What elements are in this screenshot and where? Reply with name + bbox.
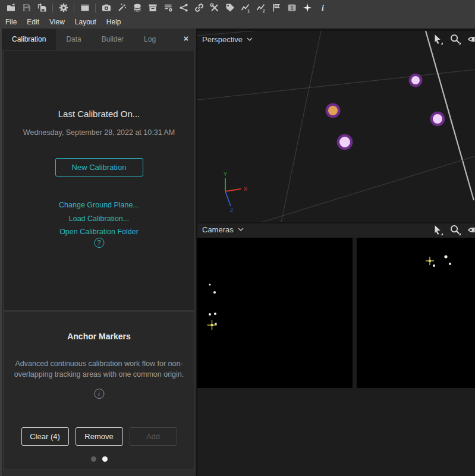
graph-view-1-icon[interactable]: 1 bbox=[238, 1, 253, 14]
cameras-viewport[interactable]: Cameras bbox=[197, 223, 475, 476]
eye-tool-icon[interactable] bbox=[468, 225, 475, 235]
calibration-link-3[interactable]: Open Calibration Folder bbox=[4, 225, 194, 239]
3d-marker-lavender[interactable] bbox=[410, 75, 421, 86]
data-archive-icon[interactable] bbox=[145, 1, 160, 14]
camera-marker-dot[interactable] bbox=[209, 283, 210, 285]
chevron-down-icon bbox=[238, 228, 244, 232]
toolbar-separator bbox=[95, 4, 96, 12]
svg-text:Z: Z bbox=[230, 207, 234, 213]
calibration-wand-icon[interactable] bbox=[114, 1, 129, 14]
clear-4-button[interactable]: Clear (4) bbox=[21, 427, 69, 446]
new-calibration-button[interactable]: New Calibration bbox=[55, 158, 143, 176]
camera-1-scene bbox=[197, 238, 353, 388]
camera-marker-dot[interactable] bbox=[209, 313, 211, 316]
svg-text:1: 1 bbox=[247, 8, 250, 13]
page-dot-1[interactable] bbox=[91, 456, 96, 462]
calibration-link-2[interactable]: Load Calibration... bbox=[4, 212, 194, 226]
camera-view-2[interactable] bbox=[357, 238, 475, 388]
3d-marker-orange[interactable] bbox=[327, 105, 339, 116]
zoom-tool-icon[interactable] bbox=[450, 225, 461, 235]
perspective-3d-scene: Y X Z bbox=[197, 31, 475, 222]
save-icon bbox=[19, 1, 34, 14]
calibration-link-1[interactable]: Change Ground Plane... bbox=[4, 198, 194, 212]
info-icon[interactable]: i bbox=[94, 389, 104, 399]
add-button: Add bbox=[130, 427, 177, 446]
alert-flag-icon[interactable] bbox=[269, 1, 284, 14]
tab-data[interactable]: Data bbox=[56, 29, 91, 50]
selected-marker-crosshair[interactable] bbox=[426, 257, 434, 265]
layout-preset-1-icon[interactable]: 1 bbox=[284, 1, 299, 14]
perspective-viewport[interactable]: Y X Z Perspective bbox=[197, 31, 475, 222]
camera-view-1[interactable] bbox=[197, 238, 353, 388]
3d-marker-lavender[interactable] bbox=[432, 113, 443, 125]
cameras-view-title: Cameras bbox=[202, 225, 234, 234]
perspective-view-title: Perspective bbox=[202, 35, 243, 44]
anchor-markers-buttons: Clear (4)RemoveAdd bbox=[4, 427, 194, 446]
menu-edit[interactable]: Edit bbox=[27, 18, 39, 26]
menu-view[interactable]: View bbox=[49, 18, 65, 26]
last-calibrated-title: Last Calibrated On... bbox=[4, 109, 194, 119]
perspective-view-dropdown[interactable]: Perspective bbox=[202, 35, 253, 44]
open-file-icon[interactable] bbox=[4, 1, 18, 14]
svg-text:Y: Y bbox=[224, 171, 227, 177]
layout-window-icon[interactable] bbox=[77, 1, 92, 14]
svg-text:i: i bbox=[322, 4, 324, 12]
grid-line bbox=[262, 156, 475, 222]
calibration-card: Last Calibrated On... Wednesday, Septemb… bbox=[3, 50, 195, 311]
application-window: 121i FileEditViewLayoutHelp CalibrationD… bbox=[0, 0, 475, 476]
info-icon[interactable]: i bbox=[315, 1, 330, 14]
anchor-markers-card: Anchor Markers Advanced continuous calib… bbox=[3, 311, 195, 470]
camera-marker-dot[interactable] bbox=[449, 263, 451, 265]
pagination-dots bbox=[4, 456, 194, 462]
camera-marker-dot[interactable] bbox=[215, 323, 217, 325]
settings-gear-icon[interactable] bbox=[56, 1, 71, 14]
camera-marker-dot[interactable] bbox=[213, 291, 216, 294]
page-dot-2[interactable] bbox=[102, 456, 108, 462]
svg-text:1: 1 bbox=[290, 5, 293, 11]
label-tag-icon[interactable] bbox=[222, 1, 237, 14]
menu-layout[interactable]: Layout bbox=[75, 18, 96, 26]
camera-2-scene bbox=[357, 238, 475, 388]
tools-icon[interactable] bbox=[207, 1, 222, 14]
graph-view-2-icon[interactable]: 2 bbox=[253, 1, 268, 14]
camera-marker-dot[interactable] bbox=[444, 255, 447, 258]
tab-calibration[interactable]: Calibration bbox=[2, 29, 56, 50]
last-calibrated-date: Wednesday, September 28, 2022 at 10:31 A… bbox=[4, 128, 194, 137]
tab-log[interactable]: Log bbox=[134, 29, 166, 50]
close-pane-icon[interactable]: × bbox=[181, 34, 191, 43]
tab-builder[interactable]: Builder bbox=[92, 29, 134, 50]
selected-marker-crosshair[interactable] bbox=[207, 320, 217, 330]
pane-tab-bar: CalibrationDataBuilderLog bbox=[2, 29, 196, 50]
axis-gizmo: Y X Z bbox=[224, 171, 247, 213]
menu-bar: FileEditViewLayoutHelp bbox=[0, 15, 475, 29]
remove-button[interactable]: Remove bbox=[76, 427, 123, 446]
menu-file[interactable]: File bbox=[5, 18, 17, 26]
asset-nodes-icon[interactable] bbox=[176, 1, 191, 14]
menu-help[interactable]: Help bbox=[106, 18, 121, 26]
properties-list-icon[interactable] bbox=[161, 1, 175, 14]
cameras-header: Cameras bbox=[197, 223, 475, 238]
cameras-view-dropdown[interactable]: Cameras bbox=[202, 225, 244, 234]
main-toolbar: 121i bbox=[0, 0, 475, 15]
3d-marker-lavender[interactable] bbox=[338, 135, 351, 149]
data-streams-icon[interactable] bbox=[130, 1, 144, 14]
svg-text:2: 2 bbox=[262, 8, 265, 13]
toolbar-separator bbox=[52, 4, 53, 12]
chevron-down-icon bbox=[247, 37, 253, 42]
link-icon[interactable] bbox=[191, 1, 206, 14]
toolbar-separator bbox=[74, 4, 74, 12]
calibration-pane: CalibrationDataBuilderLog × Last Calibra… bbox=[0, 29, 196, 476]
save-as-icon[interactable] bbox=[34, 1, 49, 14]
camera-marker-dot[interactable] bbox=[214, 313, 216, 315]
grid-line bbox=[197, 70, 475, 100]
camera-icon[interactable] bbox=[99, 1, 114, 14]
anchor-markers-description: Advanced continuous calibration work flo… bbox=[11, 358, 188, 380]
calibration-links: Change Ground Plane...Load Calibration..… bbox=[4, 198, 194, 239]
anchor-markers-title: Anchor Markers bbox=[4, 332, 194, 341]
cursor-tool-icon[interactable] bbox=[432, 225, 443, 235]
help-icon[interactable]: ? bbox=[94, 238, 104, 248]
grid-line bbox=[281, 31, 321, 222]
marker-sparkle-icon[interactable] bbox=[300, 1, 314, 14]
camera-marker-dot[interactable] bbox=[433, 264, 435, 267]
svg-text:X: X bbox=[244, 186, 247, 192]
